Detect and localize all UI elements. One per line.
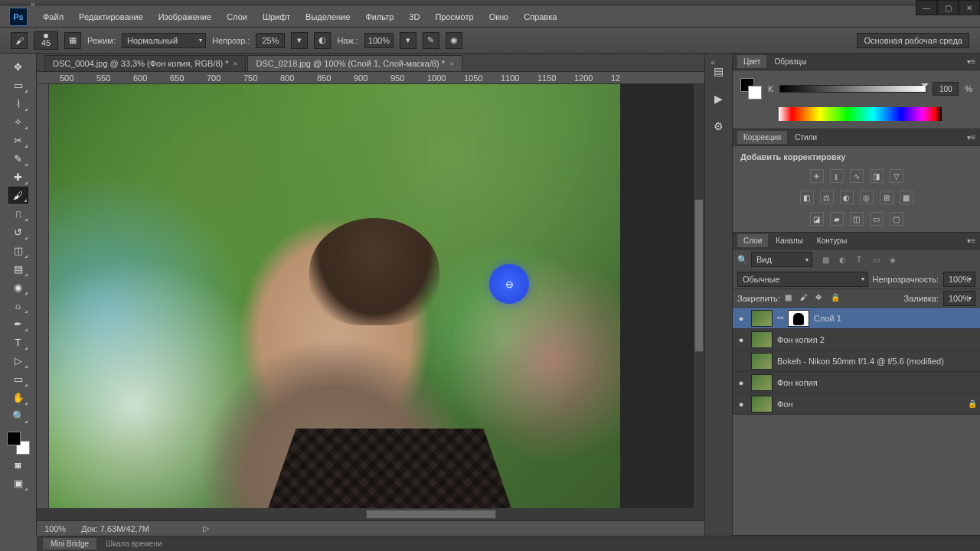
canvas[interactable]: ⊖ [49, 84, 704, 508]
marquee-tool[interactable]: ▭ [8, 77, 28, 93]
layer-name[interactable]: Фон копия [777, 378, 818, 387]
layer-thumbnail[interactable] [751, 331, 773, 348]
hand-tool[interactable]: ✋ [8, 389, 28, 406]
layer-row[interactable]: ● Фон 🔒 [733, 393, 980, 415]
airbrush-icon[interactable]: ✎ [423, 32, 439, 49]
menu-file[interactable]: Файл [35, 8, 71, 25]
menu-type[interactable]: Шрифт [255, 8, 298, 25]
layer-row[interactable]: ● ⚯ Слой 1 [733, 308, 980, 329]
flow-input[interactable]: 100% [364, 33, 394, 48]
gradient-tool[interactable]: ▤ [8, 260, 28, 277]
close-icon[interactable]: × [449, 60, 454, 68]
blend-mode-select[interactable]: Нормальный [122, 33, 206, 48]
filter-adjust-icon[interactable]: ◐ [835, 253, 849, 266]
menu-window[interactable]: Окно [482, 8, 517, 25]
ruler-vertical[interactable] [37, 84, 49, 508]
balance-icon[interactable]: ⚖ [820, 191, 834, 204]
history-brush-tool[interactable]: ↺ [8, 223, 28, 240]
blur-tool[interactable]: ◉ [8, 279, 28, 295]
panel-menu-icon[interactable]: ▾≡ [967, 236, 975, 245]
lock-transparency-icon[interactable]: ▦ [785, 293, 795, 304]
menu-edit[interactable]: Редактирование [71, 8, 151, 25]
opacity-arrow-icon[interactable]: ▾ [291, 32, 308, 49]
tab-layers[interactable]: Слои [737, 234, 768, 247]
layer-name[interactable]: Фон копия 2 [777, 335, 825, 344]
mask-link-icon[interactable]: ⚯ [777, 314, 783, 322]
lock-pixels-icon[interactable]: 🖌 [800, 293, 811, 304]
zoom-level[interactable]: 100% [44, 524, 66, 533]
eyedropper-tool[interactable]: ✎ [8, 150, 28, 167]
visibility-toggle[interactable]: ● [736, 314, 746, 323]
window-minimize[interactable]: — [916, 0, 937, 15]
layer-mask-thumbnail[interactable] [788, 310, 809, 327]
exposure-icon[interactable]: ◨ [870, 169, 884, 183]
curves-icon[interactable]: ∿ [850, 169, 864, 183]
gradient-map-icon[interactable]: ▭ [870, 212, 884, 226]
foreground-swatch[interactable] [7, 432, 21, 445]
lock-all-icon[interactable]: 🔒 [831, 293, 841, 304]
color-swatches[interactable] [7, 432, 30, 455]
opacity-input[interactable]: 25% [256, 33, 285, 48]
document-tab-1[interactable]: DSC_0218.jpg @ 100% (Слой 1, Слой-маска/… [247, 55, 462, 71]
hue-icon[interactable]: ◧ [800, 191, 814, 204]
vibrance-icon[interactable]: ▽ [890, 169, 903, 183]
layer-thumbnail[interactable] [751, 310, 773, 327]
properties-panel-icon[interactable]: ⚙ [710, 118, 727, 135]
layer-name[interactable]: Bokeh - Nikon 50mm f/1.4 @ f/5.6 (modifi… [777, 357, 944, 366]
quickmask-toggle[interactable]: ◙ [8, 456, 28, 473]
layer-name[interactable]: Фон [777, 399, 793, 409]
color-spectrum[interactable] [779, 107, 942, 121]
filter-type-icon[interactable]: T [852, 253, 866, 266]
pen-tool[interactable]: ✒ [8, 315, 28, 332]
brush-panel-icon[interactable]: ▦ [64, 32, 81, 49]
threshold-icon[interactable]: ◫ [850, 212, 864, 226]
workspace-switcher[interactable]: Основная рабочая среда [857, 33, 969, 48]
color-value-input[interactable]: 100 [933, 82, 959, 96]
window-maximize[interactable]: ▢ [937, 0, 959, 15]
play-icon[interactable]: ▷ [203, 523, 209, 533]
layer-thumbnail[interactable] [751, 396, 773, 412]
lookup-icon[interactable]: ▦ [900, 191, 913, 204]
path-select-tool[interactable]: ▷ [8, 352, 28, 369]
layer-fill-input[interactable]: 100% [943, 291, 975, 306]
move-tool[interactable]: ✥ [8, 58, 28, 75]
panel-menu-icon[interactable]: ▾≡ [967, 133, 975, 142]
filter-pixel-icon[interactable]: ▦ [818, 253, 832, 266]
crop-tool[interactable]: ✂ [8, 132, 28, 148]
doc-info[interactable]: Док: 7,63M/42,7M [81, 524, 149, 533]
menu-help[interactable]: Справка [516, 8, 564, 25]
panel-collapse-icon[interactable]: « [710, 58, 715, 67]
document-tab-0[interactable]: DSC_0004.jpg @ 33,3% (Фон копия, RGB/8) … [44, 55, 246, 71]
invert-icon[interactable]: ◪ [810, 212, 824, 226]
tab-timeline[interactable]: Шкала времени [98, 538, 169, 549]
panel-menu-icon[interactable]: ▾≡ [967, 57, 975, 66]
pressure-opacity-icon[interactable]: ◐ [314, 32, 331, 49]
tab-styles[interactable]: Стили [789, 131, 823, 144]
panel-color-swatches[interactable] [740, 78, 762, 99]
tab-adjustments[interactable]: Коррекция [737, 131, 787, 144]
scrollbar-thumb[interactable] [366, 510, 496, 519]
filter-smart-icon[interactable]: ◈ [886, 253, 900, 266]
filter-search-icon[interactable]: 🔍 [737, 255, 748, 265]
shape-tool[interactable]: ▭ [8, 370, 28, 387]
layer-filter-select[interactable]: Вид [751, 252, 812, 267]
menu-image[interactable]: Изображение [151, 8, 219, 25]
visibility-toggle[interactable]: ● [736, 335, 746, 344]
menu-layers[interactable]: Слои [219, 8, 255, 25]
vertical-scrollbar[interactable] [694, 84, 704, 508]
scrollbar-thumb[interactable] [694, 199, 704, 352]
layer-thumbnail[interactable] [751, 374, 773, 391]
posterize-icon[interactable]: ▰ [830, 212, 844, 226]
color-slider[interactable] [779, 85, 926, 93]
visibility-toggle[interactable]: ● [736, 378, 746, 387]
photo-filter-icon[interactable]: ◎ [860, 191, 874, 204]
layer-opacity-input[interactable]: 100% [943, 272, 975, 287]
layer-thumbnail[interactable] [751, 353, 773, 370]
zoom-tool[interactable]: 🔍 [8, 407, 28, 424]
brightness-icon[interactable]: ☀ [810, 169, 824, 183]
brush-size-preset[interactable]: 45 [34, 31, 58, 50]
flow-arrow-icon[interactable]: ▾ [400, 32, 416, 49]
tab-paths[interactable]: Контуры [811, 234, 853, 247]
tab-mini-bridge[interactable]: Mini Bridge [43, 538, 96, 549]
levels-icon[interactable]: ⫿ [830, 169, 844, 183]
